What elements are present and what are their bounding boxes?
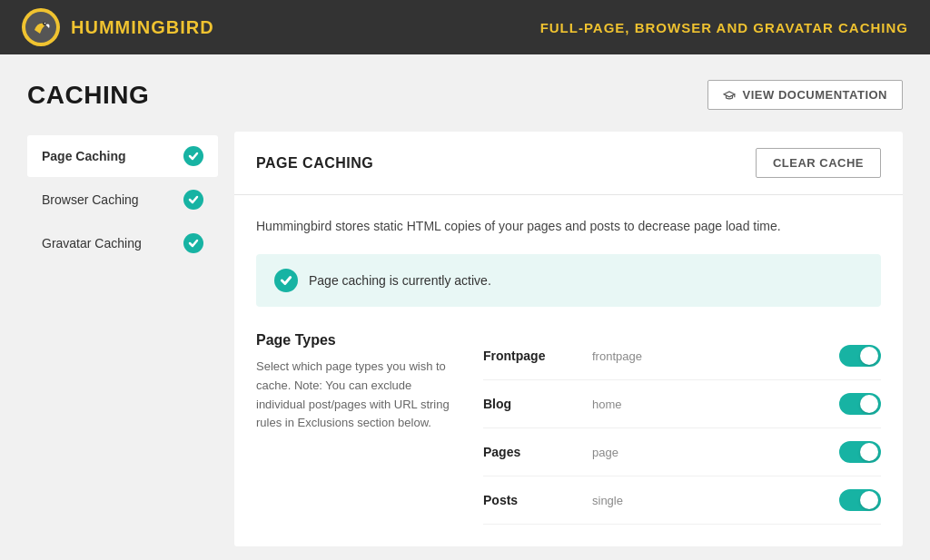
page-types-heading: Page Types — [256, 332, 456, 349]
table-row: Blog home — [483, 380, 881, 428]
graduation-cap-icon — [723, 89, 736, 102]
posts-value: single — [574, 494, 839, 507]
blog-label: Blog — [483, 397, 574, 411]
posts-toggle[interactable] — [839, 489, 881, 511]
clear-cache-button[interactable]: CLEAR CACHE — [756, 148, 881, 178]
brand-name: HUMMINGBIRD — [71, 17, 214, 38]
sidebar-item-label: Gravatar Caching — [42, 236, 142, 251]
caching-status-box: Page caching is currently active. — [256, 254, 881, 307]
sidebar-item-label: Page Caching — [42, 149, 126, 163]
sidebar-item-page-caching[interactable]: Page Caching — [27, 135, 218, 177]
page-types-description: Page Types Select which page types you w… — [256, 332, 456, 525]
hummingbird-logo-icon — [22, 8, 60, 46]
main-layout: Page Caching Browser Caching Gravatar Ca… — [27, 132, 903, 546]
sidebar-item-browser-caching[interactable]: Browser Caching — [27, 179, 218, 221]
blog-value: home — [574, 398, 839, 411]
sidebar: Page Caching Browser Caching Gravatar Ca… — [27, 132, 218, 546]
pages-label: Pages — [483, 445, 574, 459]
logo-area: HUMMINGBIRD — [22, 8, 214, 46]
sidebar-item-label: Browser Caching — [42, 192, 139, 207]
page-caching-check-icon — [183, 146, 203, 166]
frontpage-label: Frontpage — [483, 349, 574, 363]
gravatar-caching-check-icon — [183, 233, 203, 253]
page-wrapper: CACHING VIEW DOCUMENTATION Page Caching … — [0, 54, 930, 560]
page-title: CACHING — [27, 81, 149, 110]
panel-title: PAGE CACHING — [256, 155, 373, 172]
caching-status-text: Page caching is currently active. — [309, 273, 491, 288]
table-row: Posts single — [483, 476, 881, 525]
pages-value: page — [574, 446, 839, 459]
panel-description: Hummingbird stores static HTML copies of… — [256, 217, 881, 236]
page-types-section: Page Types Select which page types you w… — [256, 332, 881, 525]
frontpage-value: frontpage — [574, 349, 839, 363]
view-documentation-button[interactable]: VIEW DOCUMENTATION — [707, 80, 903, 110]
table-row: Pages page — [483, 428, 881, 476]
status-check-icon — [274, 269, 298, 292]
page-types-list: Frontpage frontpage Blog home Pages page — [483, 332, 881, 525]
table-row: Frontpage frontpage — [483, 332, 881, 380]
panel-header: PAGE CACHING CLEAR CACHE — [234, 132, 903, 195]
pages-toggle[interactable] — [839, 441, 881, 463]
app-header: HUMMINGBIRD FULL-PAGE, BROWSER AND GRAVA… — [0, 0, 930, 54]
blog-toggle[interactable] — [839, 393, 881, 415]
sidebar-item-gravatar-caching[interactable]: Gravatar Caching — [27, 222, 218, 264]
content-panel: PAGE CACHING CLEAR CACHE Hummingbird sto… — [234, 132, 903, 546]
header-subtitle: FULL-PAGE, BROWSER AND GRAVATAR CACHING — [540, 20, 908, 35]
posts-label: Posts — [483, 493, 574, 507]
panel-body: Hummingbird stores static HTML copies of… — [234, 195, 903, 546]
view-doc-label: VIEW DOCUMENTATION — [743, 88, 887, 102]
page-top-bar: CACHING VIEW DOCUMENTATION — [27, 80, 903, 110]
page-types-desc: Select which page types you wish to cach… — [256, 358, 456, 433]
browser-caching-check-icon — [183, 190, 203, 210]
svg-point-3 — [45, 23, 46, 25]
frontpage-toggle[interactable] — [839, 345, 881, 367]
